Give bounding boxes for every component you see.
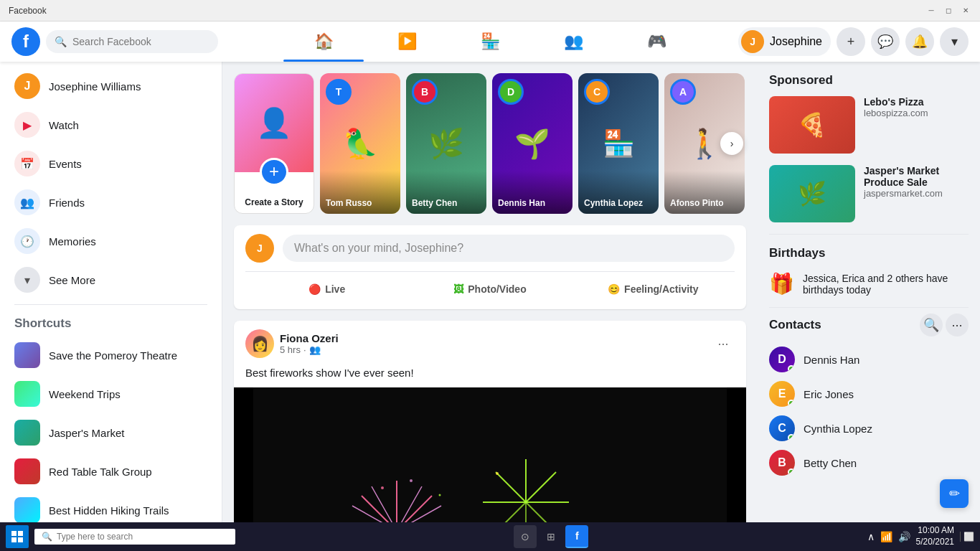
post-composer: J What's on your mind, Josephine? 🔴 Live… [234,225,746,309]
post-more-button[interactable]: ··· [712,332,735,355]
story-betty[interactable]: 🌿 B Betty Chen [406,73,486,214]
post-image [234,387,746,522]
watch-sidebar-icon: ▶ [14,112,40,138]
taskbar-cortana[interactable]: ⊙ [514,525,537,548]
nav-home[interactable]: 🏠 [283,24,364,59]
sidebar-left: J Josephine Williams ▶ Watch 📅 Events 👥 … [0,62,222,522]
nav-gaming[interactable]: 🎮 [616,24,697,59]
stories-next-button[interactable]: › [720,132,743,155]
shortcut-hiking[interactable]: Best Hidden Hiking Trails [6,491,216,522]
watch-label: Watch [49,119,79,131]
navbar-center: 🏠 ▶️ 🏪 👥 🎮 [283,24,697,59]
jasper-label: Jasper's Market [49,427,124,439]
svg-point-34 [496,472,499,475]
ad-lebo[interactable]: 🍕 Lebo's Pizza lebospizza.com [769,96,969,154]
taskbar-search-bar[interactable]: 🔍 [34,529,235,545]
create-story-card[interactable]: 👤 + Create a Story [234,73,314,214]
clock[interactable]: 10:00 AM 5/20/2021 [916,525,954,547]
post-user-info: 👩 Fiona Ozeri 5 hrs · 👥 [245,329,339,358]
window-controls: ─ ◻ ✕ [925,5,971,17]
dennis-contact-avatar: D [769,347,795,372]
shortcut-pomeroy[interactable]: Save the Pomeroy Theatre [6,336,216,374]
sidebar-item-see-more[interactable]: ▾ See More [6,261,216,298]
story-dennis[interactable]: 🌱 D Dennis Han [492,73,573,214]
maximize-button[interactable]: ◻ [943,5,954,17]
jasper-ad-image: 🌿 [769,165,855,222]
chevron-up-icon[interactable]: ∧ [867,531,875,542]
minimize-button[interactable]: ─ [925,5,937,17]
friends-label: Friends [49,197,85,209]
contact-betty[interactable]: B Betty Chen [769,446,969,480]
events-sidebar-icon: 📅 [14,151,40,176]
user-name: Josephine [770,35,822,48]
post-card: 👩 Fiona Ozeri 5 hrs · 👥 ··· Best firewor… [234,321,746,522]
story-tom[interactable]: 🦜 T Tom Russo [320,73,400,214]
feeling-button[interactable]: 😊 Feeling/Activity [572,278,735,301]
contact-cynthia[interactable]: C Cynthia Lopez [769,411,969,446]
ad-jasper[interactable]: 🌿 Jasper's Market Produce Sale jaspersma… [769,165,969,222]
tom-avatar: T [326,79,352,105]
navbar: f 🔍 🏠 ▶️ 🏪 👥 🎮 J Josephine + 💬 🔔 ▾ [0,22,980,62]
nav-marketplace[interactable]: 🏪 [450,24,530,59]
live-icon: 🔴 [308,283,321,295]
new-chat-button[interactable]: ✏ [940,479,969,508]
cynthia-avatar: C [584,79,610,105]
marketplace-icon: 🏪 [481,32,500,51]
sidebar-item-events[interactable]: 📅 Events [6,145,216,182]
post-avatar: 👩 [245,329,274,358]
betty-contact-avatar: B [769,450,795,476]
pomeroy-label: Save the Pomeroy Theatre [49,349,177,362]
shortcut-jasper[interactable]: Jasper's Market [6,414,216,451]
story-cynthia[interactable]: 🏪 C Cynthia Lopez [578,73,659,214]
user-pill[interactable]: J Josephine [738,27,831,56]
shortcut-weekend[interactable]: Weekend Trips [6,375,216,413]
contact-eric[interactable]: E Eric Jones [769,377,969,411]
taskbar-task-view[interactable]: ⊞ [540,525,562,548]
betty-contact-name: Betty Chen [804,457,857,469]
watch-icon: ▶️ [397,32,417,51]
window-title: Facebook [9,6,47,16]
show-desktop-icon[interactable]: ⬜ [960,532,974,542]
taskbar-search-input[interactable] [57,532,228,542]
search-bar[interactable]: 🔍 [46,30,218,53]
sidebar-item-friends[interactable]: 👥 Friends [6,184,216,221]
cynthia-contact-avatar: C [769,415,795,441]
contact-dennis[interactable]: D Dennis Han [769,342,969,377]
home-icon: 🏠 [314,32,334,51]
network-icon[interactable]: 📶 [880,531,892,542]
shortcut-red-table[interactable]: Red Table Talk Group [6,453,216,490]
betty-online-indicator [788,468,795,476]
navbar-left: f 🔍 [11,27,218,56]
close-button[interactable]: ✕ [960,5,971,17]
search-input[interactable] [72,36,209,47]
sidebar-item-watch[interactable]: ▶ Watch [6,106,216,143]
taskbar-center: ⊙ ⊞ f [514,525,588,548]
nav-watch[interactable]: ▶️ [367,24,447,59]
taskbar-facebook-app[interactable]: f [565,525,588,548]
composer-input[interactable]: What's on your mind, Josephine? [283,235,735,262]
live-button[interactable]: 🔴 Live [245,278,408,301]
search-icon: 🔍 [55,36,67,47]
facebook-logo[interactable]: f [11,27,40,56]
see-more-label: See More [49,274,95,286]
sidebar-item-memories[interactable]: 🕐 Memories [6,222,216,260]
contacts-search-button[interactable]: 🔍 [920,314,943,336]
nav-groups[interactable]: 👥 [533,24,613,59]
add-button[interactable]: + [837,27,865,56]
notifications-button[interactable]: 🔔 [905,27,934,56]
afonso-name: Afonso Pinto [670,198,742,208]
sidebar-item-user[interactable]: J Josephine Williams [6,67,216,105]
contacts-more-button[interactable]: ··· [946,314,969,336]
dennis-contact-name: Dennis Han [804,354,859,366]
volume-icon[interactable]: 🔊 [898,531,910,542]
start-button[interactable] [6,525,29,548]
messenger-button[interactable]: 💬 [871,27,900,56]
account-menu-button[interactable]: ▾ [940,27,969,56]
jasper-icon [14,420,40,446]
feed: 👤 + Create a Story 🦜 T Tom Russo 🌿 [222,62,758,522]
birthday-card: 🎁 Jessica, Erica and 2 others have birth… [769,266,969,301]
photo-video-button[interactable]: 🖼 Photo/Video [408,278,571,301]
create-story-bottom: Create a Story [242,192,306,213]
weekend-label: Weekend Trips [49,388,121,400]
taskbar-search-icon: 🔍 [42,532,52,542]
